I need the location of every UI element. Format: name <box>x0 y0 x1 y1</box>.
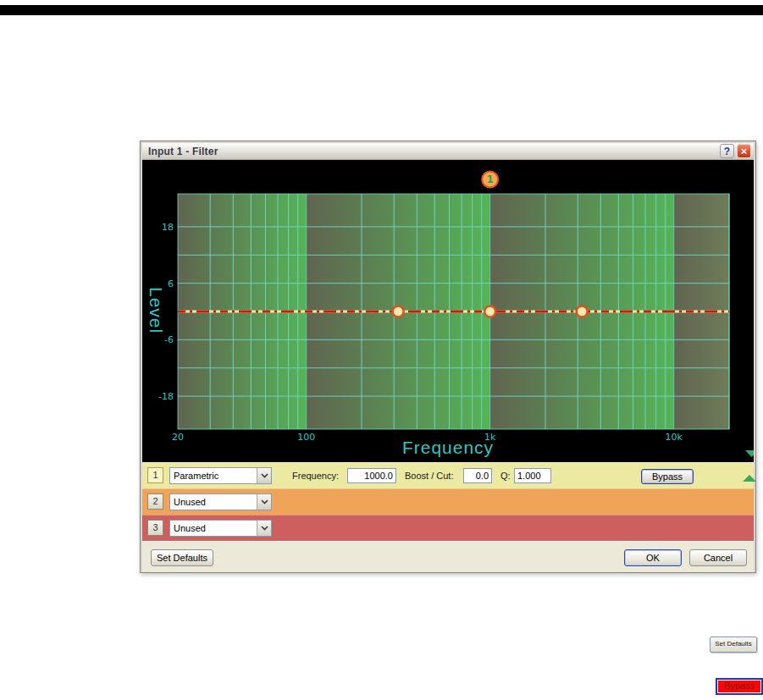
chevron-down-icon[interactable] <box>257 521 271 536</box>
bandwidth-marker[interactable] <box>393 306 404 317</box>
ok-button[interactable]: OK <box>624 549 682 566</box>
filter-row-1: 1 Parametric Frequency: Boost / Cut: Q: … <box>142 462 754 488</box>
set-defaults-button[interactable]: Set Defaults <box>151 549 213 566</box>
bandwidth-marker[interactable] <box>484 306 495 317</box>
filter-3-type-select[interactable]: Unused <box>169 520 272 537</box>
frequency-label: Frequency: <box>292 471 339 481</box>
dialog-footer: Set Defaults OK Cancel <box>142 541 754 572</box>
boost-cut-input[interactable] <box>463 468 492 483</box>
dialog-title: Input 1 - Filter <box>142 146 218 157</box>
filter-dialog: Input 1 - Filter ? × 201001k10k186-6-181… <box>140 141 756 573</box>
cancel-button[interactable]: Cancel <box>689 549 747 566</box>
boost-cut-label: Boost / Cut: <box>405 471 453 481</box>
q-label: Q: <box>500 471 511 481</box>
frequency-input[interactable] <box>347 468 396 483</box>
page-top-rule <box>0 5 763 15</box>
filter-3-type-value: Unused <box>170 521 257 536</box>
close-icon[interactable]: × <box>737 144 751 158</box>
bypass-button[interactable]: Bypass <box>641 469 694 484</box>
filter-handle-label: 1 <box>486 174 493 185</box>
chevron-down-icon[interactable] <box>257 468 271 483</box>
filter-row-2: 2 Unused <box>142 488 754 515</box>
document-page: Input 1 - Filter ? × 201001k10k186-6-181… <box>0 0 763 700</box>
filter-2-type-select[interactable]: Unused <box>169 493 272 510</box>
filter-2-type-value: Unused <box>170 494 257 510</box>
bandwidth-marker[interactable] <box>577 306 588 317</box>
y-tick-label: -6 <box>164 334 174 345</box>
filter-response-graph[interactable]: 201001k10k186-6-181 <box>142 160 754 462</box>
graph-client-area: 201001k10k186-6-181 Level Frequency <box>142 160 754 462</box>
x-axis-label: Frequency <box>142 438 754 458</box>
inline-set-defaults-figure: Set Defaults <box>710 637 757 653</box>
inline-bypass-figure: Bypass <box>716 678 763 695</box>
dialog-titlebar[interactable]: Input 1 - Filter ? × <box>142 143 754 160</box>
y-axis-label: Level <box>146 287 166 333</box>
filter-2-number-button[interactable]: 2 <box>147 493 163 510</box>
filter-1-type-value: Parametric <box>170 468 257 483</box>
q-input[interactable] <box>514 468 551 483</box>
filter-row-3: 3 Unused <box>142 515 754 541</box>
help-icon[interactable]: ? <box>720 144 734 158</box>
y-tick-label: 18 <box>162 222 174 233</box>
filter-1-number-button[interactable]: 1 <box>147 467 163 483</box>
scroll-up-icon[interactable] <box>743 471 756 486</box>
y-tick-label: 6 <box>168 278 174 289</box>
chevron-down-icon[interactable] <box>257 494 271 510</box>
filter-3-number-button[interactable]: 3 <box>147 520 163 536</box>
y-tick-label: -18 <box>158 391 174 402</box>
filter-1-type-select[interactable]: Parametric <box>169 467 272 484</box>
